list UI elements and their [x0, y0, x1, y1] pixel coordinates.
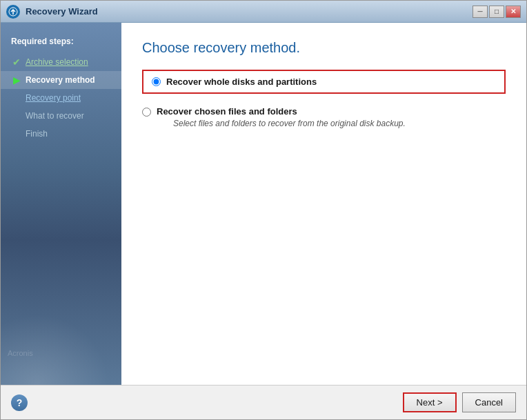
help-button[interactable]: ?: [11, 394, 28, 411]
close-button[interactable]: ✕: [506, 6, 521, 18]
spacer-icon2: [11, 110, 22, 121]
window-title: Recovery Wizard: [26, 6, 473, 17]
title-bar: Recovery Wizard ─ □ ✕: [1, 1, 526, 23]
option-chosen-files-content: Recover chosen files and folders Select …: [157, 106, 406, 128]
cancel-button[interactable]: Cancel: [462, 392, 516, 412]
radio-whole-disks[interactable]: [152, 77, 161, 86]
radio-chosen-files[interactable]: [142, 108, 151, 117]
sidebar-item-label: Finish: [26, 129, 48, 139]
main-content-fill: [142, 137, 506, 368]
sidebar-item-recovery-method[interactable]: ▶ Recovery method: [1, 71, 121, 89]
content-area: Required steps: ✔ Archive selection ▶ Re…: [1, 23, 526, 385]
sidebar-item-label: Recovery method: [26, 75, 95, 85]
sidebar-item-label: What to recover: [26, 111, 84, 121]
sidebar: Required steps: ✔ Archive selection ▶ Re…: [1, 23, 121, 385]
window-controls: ─ □ ✕: [473, 6, 521, 18]
arrow-icon: ▶: [11, 74, 22, 86]
option-chosen-files-container: Recover chosen files and folders Select …: [142, 103, 506, 131]
bottom-left: ?: [11, 394, 28, 411]
main-title: Choose recovery method.: [142, 40, 506, 56]
bottom-right: Next > Cancel: [403, 392, 516, 412]
sidebar-item-what-to-recover: What to recover: [1, 107, 121, 125]
required-steps-label: Required steps:: [1, 37, 121, 53]
sidebar-item-archive-selection[interactable]: ✔ Archive selection: [1, 53, 121, 71]
sidebar-item-finish: Finish: [1, 125, 121, 143]
spacer-icon: [11, 92, 22, 103]
sidebar-item-recovery-point[interactable]: Recovery point: [1, 89, 121, 107]
option-chosen-files-label[interactable]: Recover chosen files and folders: [157, 106, 297, 117]
next-button[interactable]: Next >: [403, 392, 457, 412]
maximize-button[interactable]: □: [489, 6, 504, 18]
sidebar-watermark: Acronis: [8, 349, 33, 357]
check-icon: ✔: [11, 57, 22, 68]
spacer-icon3: [11, 128, 22, 139]
main-panel: Choose recovery method. Recover whole di…: [121, 23, 526, 385]
sidebar-item-label: Archive selection: [26, 57, 88, 67]
minimize-button[interactable]: ─: [473, 6, 488, 18]
sidebar-item-label: Recovery point: [26, 93, 81, 103]
option-whole-disks-box: Recover whole disks and partitions: [142, 70, 506, 94]
option-chosen-files-description: Select files and folders to recover from…: [173, 119, 406, 128]
app-icon: [6, 5, 20, 19]
main-window: Recovery Wizard ─ □ ✕ Required steps: ✔ …: [0, 0, 527, 420]
option-whole-disks-label[interactable]: Recover whole disks and partitions: [166, 77, 317, 87]
bottom-bar: ? Next > Cancel: [1, 385, 526, 419]
